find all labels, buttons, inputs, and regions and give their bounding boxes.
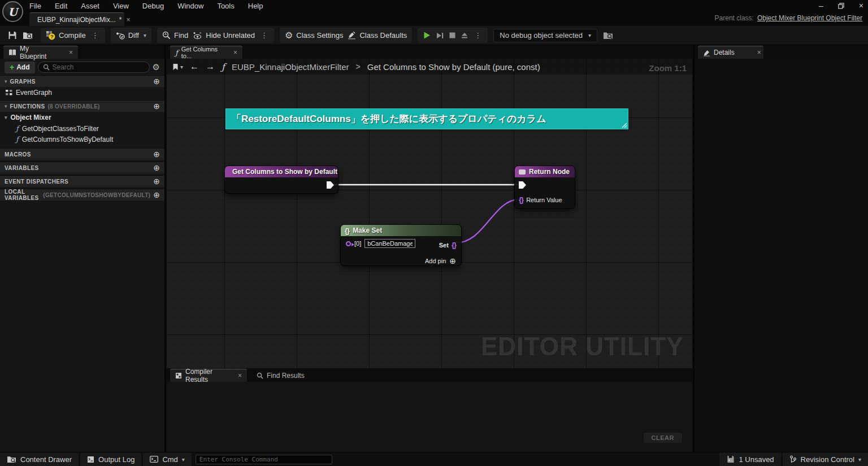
sidebar-item-getcolumnstoshowbydefault[interactable]: ƒ GetColumnsToShowByDefault xyxy=(0,134,164,145)
diff-button[interactable]: Diff xyxy=(116,31,139,40)
add-local-variable-icon[interactable]: ⊕ xyxy=(153,191,160,199)
menu-file[interactable]: File xyxy=(29,2,41,10)
graph-canvas[interactable]: ▾ ← → ƒ EUBP_KinnajiObjectMixerFilter > … xyxy=(167,59,692,368)
menu-tools[interactable]: Tools xyxy=(217,2,234,10)
sidebar-item-eventgraph[interactable]: EventGraph xyxy=(0,87,164,98)
breadcrumb-current[interactable]: Get Columns to Show by Default (pure, co… xyxy=(367,62,540,72)
restore-icon[interactable] xyxy=(838,3,844,9)
svg-text:?: ? xyxy=(50,33,54,40)
add-variable-icon[interactable]: ⊕ xyxy=(153,164,160,172)
element-index: [0] xyxy=(354,240,361,247)
compile-button[interactable]: ? Compile xyxy=(46,31,86,40)
minimize-icon[interactable]: – xyxy=(819,1,823,10)
tab-get-columns[interactable]: ƒ Get Columns to... × xyxy=(170,46,242,59)
set-pin-icon[interactable]: {} xyxy=(452,241,456,249)
menu-asset[interactable]: Asset xyxy=(81,2,99,10)
chevron-down-icon[interactable]: ▾ xyxy=(144,32,146,38)
class-settings-button[interactable]: ⚙ Class Settings xyxy=(285,30,343,41)
close-icon[interactable]: × xyxy=(859,1,863,10)
search-input[interactable] xyxy=(53,63,145,71)
blueprint-search-box[interactable] xyxy=(38,62,150,73)
bookmarks-button[interactable]: ▾ xyxy=(172,63,183,71)
close-icon[interactable]: × xyxy=(757,49,761,56)
set-output-label: Set xyxy=(439,242,449,249)
tab-details[interactable]: Details × xyxy=(698,46,763,59)
browse-content-button[interactable] xyxy=(23,31,33,40)
section-local-variables[interactable]: LOCAL VARIABLES (GETCOLUMNSTOSHOWBYDEFAU… xyxy=(0,189,164,201)
content-drawer-button[interactable]: Content Drawer xyxy=(0,452,79,466)
menu-view[interactable]: View xyxy=(113,2,129,10)
section-functions[interactable]: ▾ FUNCTIONS (8 OVERRIDABLE) ⊕ xyxy=(0,100,164,112)
find-button[interactable]: Find xyxy=(162,31,188,40)
find-group: Find Hide Unrelated ⋮ xyxy=(157,28,274,43)
content-drawer-icon xyxy=(7,455,16,463)
class-defaults-button[interactable]: Class Defaults xyxy=(348,31,407,40)
play-options-icon[interactable]: ⋮ xyxy=(473,31,483,40)
section-graphs[interactable]: ▾ GRAPHS ⊕ xyxy=(0,75,164,87)
menu-debug[interactable]: Debug xyxy=(142,2,164,10)
browse-debug-object-icon[interactable] xyxy=(603,31,613,40)
console-command-input[interactable] xyxy=(196,455,332,464)
branch-icon xyxy=(789,455,797,463)
hide-unrelated-options-icon[interactable]: ⋮ xyxy=(259,31,269,40)
add-macro-icon[interactable]: ⊕ xyxy=(153,150,160,158)
gear-icon[interactable]: ⚙ xyxy=(153,62,160,72)
asset-tab[interactable]: EUBP_KinnajiObjectMix... * × xyxy=(29,12,124,26)
save-button[interactable] xyxy=(8,31,17,40)
eject-button[interactable] xyxy=(461,32,468,39)
close-icon[interactable]: × xyxy=(69,49,73,56)
section-variables[interactable]: VARIABLES ⊕ xyxy=(0,162,164,173)
forward-arrow-icon[interactable]: → xyxy=(206,62,215,72)
menu-edit[interactable]: Edit xyxy=(55,2,67,10)
set-pin-icon[interactable]: {} xyxy=(519,195,523,204)
add-graph-icon[interactable]: ⊕ xyxy=(153,77,160,85)
my-blueprint-tabstrip: My Blueprint × xyxy=(0,45,164,59)
tab-my-blueprint[interactable]: My Blueprint × xyxy=(3,46,78,59)
breadcrumb-root[interactable]: EUBP_KinnajiObjectMixerFilter xyxy=(232,62,349,72)
menu-window[interactable]: Window xyxy=(177,2,203,10)
collapse-arrow-icon[interactable]: ▾ xyxy=(5,115,7,120)
node-entry[interactable]: Get Columns to Show by Default xyxy=(224,166,338,194)
clear-button[interactable]: CLEAR xyxy=(644,433,682,443)
comment-resize-handle[interactable] xyxy=(622,123,627,128)
details-tabstrip: Details × xyxy=(695,45,868,59)
compile-options-icon[interactable]: ⋮ xyxy=(90,31,100,40)
add-pin-button[interactable]: Add pin ⊕ xyxy=(425,256,456,265)
section-macros[interactable]: MACROS ⊕ xyxy=(0,148,164,160)
element-value-input[interactable] xyxy=(364,239,415,248)
exec-input-pin[interactable] xyxy=(519,181,526,189)
add-button[interactable]: + Add xyxy=(5,62,35,73)
back-arrow-icon[interactable]: ← xyxy=(190,62,199,72)
array-element-pin[interactable] xyxy=(346,241,351,246)
tab-compiler-results[interactable]: Compiler Results × xyxy=(170,369,247,382)
unsaved-button[interactable]: * 1 Unsaved xyxy=(719,452,780,466)
close-icon[interactable]: × xyxy=(233,49,237,56)
collapse-arrow-icon[interactable]: ▾ xyxy=(5,79,7,84)
close-icon[interactable]: × xyxy=(238,372,242,380)
step-button[interactable] xyxy=(436,32,444,40)
menu-help[interactable]: Help xyxy=(248,2,263,10)
sidebar-item-getobjectclassestofilter[interactable]: ƒ GetObjectClassesToFilter xyxy=(0,123,164,134)
collapse-arrow-icon[interactable]: ▾ xyxy=(5,103,7,109)
node-make-set[interactable]: {} Make Set [0] Set {} Add pin ⊕ xyxy=(340,224,462,266)
title-bar: U File Edit Asset View Debug Window Tool… xyxy=(0,0,868,11)
revision-control-button[interactable]: Revision Control ▾ xyxy=(783,452,868,466)
stop-button[interactable] xyxy=(449,32,456,39)
exec-output-pin[interactable] xyxy=(327,181,334,189)
function-icon: ƒ xyxy=(16,124,19,133)
add-function-icon[interactable]: ⊕ xyxy=(153,102,160,110)
play-button[interactable] xyxy=(423,31,431,40)
return-value-label: Return Value xyxy=(526,197,562,203)
node-return[interactable]: Return Node {} Return Value xyxy=(514,166,575,209)
close-icon[interactable]: × xyxy=(126,16,130,24)
hide-unrelated-button[interactable]: Hide Unrelated xyxy=(193,31,255,40)
output-log-button[interactable]: Output Log xyxy=(80,452,141,466)
parent-class-link[interactable]: Object Mixer Blueprint Object Filter xyxy=(757,14,862,22)
tab-find-results[interactable]: Find Results xyxy=(251,369,314,382)
section-event-dispatchers[interactable]: EVENT DISPATCHERS ⊕ xyxy=(0,175,164,187)
cmd-dropdown[interactable]: Cmd ▾ xyxy=(143,452,191,466)
debug-object-dropdown[interactable]: No debug object selected ▾ xyxy=(493,29,597,42)
comment-node[interactable]: 「RestoreDefaultColumns」を押した際に表示するプロパティのカ… xyxy=(225,108,628,129)
category-object-mixer[interactable]: ▾ Object Mixer xyxy=(0,112,164,123)
add-dispatcher-icon[interactable]: ⊕ xyxy=(153,177,160,185)
